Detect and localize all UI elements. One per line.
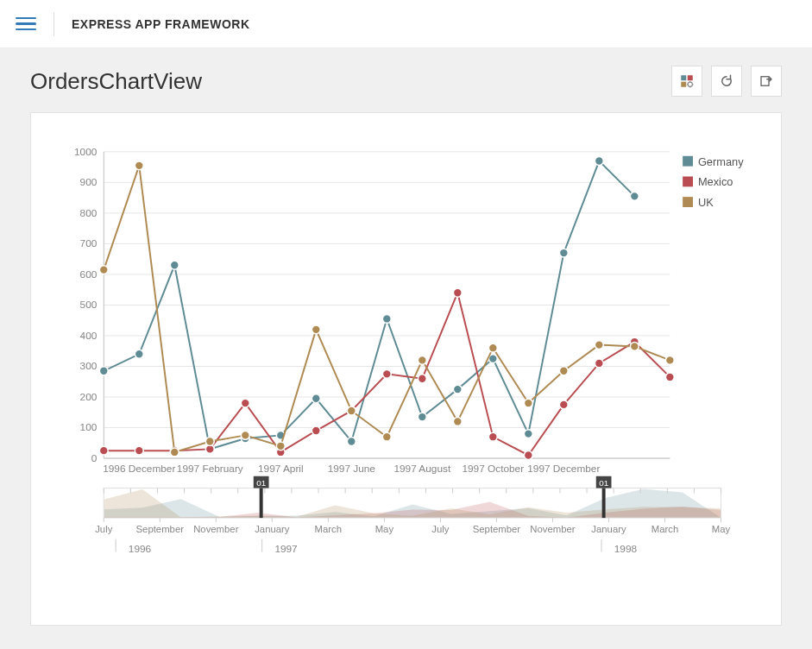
series-line-uk [104,166,670,452]
data-point[interactable] [453,417,462,425]
data-point[interactable] [453,385,462,394]
data-point[interactable] [382,369,391,378]
data-point[interactable] [595,341,603,350]
data-point[interactable] [418,356,426,364]
data-point[interactable] [453,288,462,297]
svg-text:300: 300 [80,360,98,372]
data-point[interactable] [559,249,568,257]
svg-rect-4 [761,77,769,86]
svg-text:November: November [530,524,575,534]
svg-text:January: January [591,524,626,534]
data-point[interactable] [418,375,426,383]
data-point[interactable] [170,261,179,269]
legend-swatch[interactable] [683,197,693,207]
title-bar: OrdersChartView [30,66,782,97]
legend-label[interactable]: Mexico [698,175,733,188]
legend-swatch[interactable] [683,156,693,167]
data-point[interactable] [665,373,674,381]
svg-text:100: 100 [80,421,98,433]
svg-text:1996 December: 1996 December [103,463,175,475]
data-point[interactable] [312,394,320,403]
data-point[interactable] [595,157,603,166]
data-point[interactable] [99,446,108,455]
svg-text:September: September [473,524,521,534]
svg-text:200: 200 [80,391,98,403]
data-point[interactable] [524,451,532,460]
export-button[interactable] [751,66,782,97]
data-point[interactable] [630,192,639,200]
page-title: OrdersChartView [30,68,202,95]
data-point[interactable] [276,442,285,451]
data-point[interactable] [312,426,320,435]
data-point[interactable] [312,325,320,334]
svg-text:1997 April: 1997 April [258,463,304,475]
data-point[interactable] [488,343,497,352]
svg-text:1997 October: 1997 October [462,463,524,475]
designer-button[interactable] [671,66,702,97]
data-point[interactable] [99,367,108,375]
svg-text:1997 June: 1997 June [328,463,376,475]
svg-point-3 [688,82,692,86]
svg-text:1998: 1998 [614,543,638,555]
svg-text:1997 February: 1997 February [177,463,243,475]
svg-text:1997 August: 1997 August [393,463,450,475]
data-point[interactable] [630,342,639,350]
data-point[interactable] [205,438,214,446]
page: OrdersChartView 01002003 [0,48,812,649]
svg-text:900: 900 [80,176,98,188]
svg-text:700: 700 [80,237,98,249]
svg-text:500: 500 [80,299,98,311]
svg-text:September: September [136,524,185,534]
svg-text:01: 01 [599,478,608,488]
data-point[interactable] [559,400,568,409]
svg-text:November: November [193,524,238,534]
orders-chart[interactable]: 010020030040050060070080090010001996 Dec… [57,143,755,603]
data-point[interactable] [524,399,532,407]
refresh-button[interactable] [711,66,742,97]
layout-icon [679,73,695,89]
data-point[interactable] [170,448,179,457]
data-point[interactable] [241,399,249,407]
svg-text:July: July [431,524,449,534]
svg-text:May: May [375,524,394,534]
data-point[interactable] [665,356,674,364]
legend-label[interactable]: Germany [698,155,744,168]
svg-text:January: January [255,524,290,534]
refresh-icon [719,73,734,89]
data-point[interactable] [382,314,391,323]
svg-text:400: 400 [80,330,98,342]
range-shutter[interactable] [260,488,263,519]
svg-text:1000: 1000 [74,146,98,158]
data-point[interactable] [559,367,568,375]
svg-rect-2 [681,82,686,87]
data-point[interactable] [524,430,532,438]
chart-card: 010020030040050060070080090010001996 Dec… [30,112,782,626]
data-point[interactable] [135,350,143,358]
data-point[interactable] [488,432,497,441]
svg-text:1997: 1997 [274,543,297,555]
app-brand: EXPRESS APP FRAMEWORK [72,17,250,31]
data-point[interactable] [99,266,108,274]
topbar: EXPRESS APP FRAMEWORK [0,0,812,48]
svg-text:600: 600 [80,268,98,280]
data-point[interactable] [595,359,603,368]
hamburger-menu[interactable] [16,14,36,35]
legend-label[interactable]: UK [698,196,714,209]
data-point[interactable] [135,161,143,170]
data-point[interactable] [135,446,143,455]
data-point[interactable] [347,438,356,446]
svg-text:May: May [712,524,731,534]
svg-text:March: March [315,524,342,534]
data-point[interactable] [382,432,391,441]
svg-text:July: July [95,524,112,534]
svg-rect-1 [688,75,693,80]
svg-text:800: 800 [80,207,98,219]
data-point[interactable] [418,413,426,421]
data-point[interactable] [241,431,249,439]
divider [54,12,54,36]
data-point[interactable] [347,406,356,415]
range-shutter[interactable] [602,488,606,519]
legend-swatch[interactable] [683,176,693,186]
svg-rect-0 [681,75,686,80]
svg-text:1996: 1996 [129,543,152,555]
